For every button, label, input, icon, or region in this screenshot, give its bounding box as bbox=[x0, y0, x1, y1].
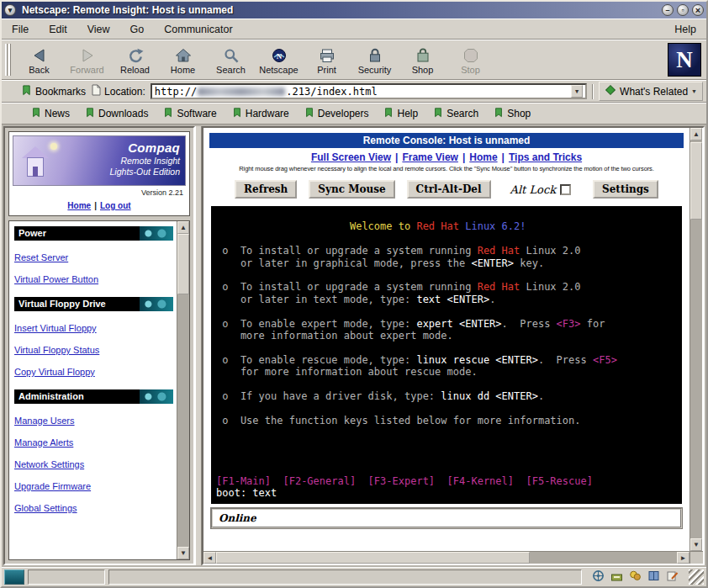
newsgroups-icon[interactable] bbox=[629, 569, 642, 585]
back-button[interactable]: Back bbox=[15, 41, 63, 78]
menu-file[interactable]: File bbox=[12, 24, 29, 35]
ctrl-alt-del-button[interactable]: Ctrl-Alt-Del bbox=[407, 180, 491, 199]
personal-toolbar: News Downloads Software Hardware Develop… bbox=[2, 103, 706, 124]
sidebar-link-global-settings[interactable]: Global Settings bbox=[14, 503, 173, 513]
toolbar-grip[interactable] bbox=[5, 44, 12, 76]
location-label: Location: bbox=[91, 84, 145, 98]
sync-mouse-button[interactable]: Sync Mouse bbox=[309, 180, 394, 199]
menu-communicator[interactable]: Communicator bbox=[164, 24, 232, 35]
sidebar-home-link[interactable]: Home bbox=[67, 201, 91, 210]
frame-divider[interactable] bbox=[195, 126, 202, 565]
window-menu-button[interactable] bbox=[4, 4, 16, 16]
console-line: or later in text mode, type: text <ENTER… bbox=[216, 294, 677, 305]
scrollbar-thumb[interactable] bbox=[177, 234, 189, 294]
netscape-logo[interactable]: N bbox=[668, 43, 701, 77]
alt-lock-checkbox[interactable] bbox=[560, 184, 571, 195]
stop-button[interactable]: Stop bbox=[446, 41, 494, 78]
print-button[interactable]: Print bbox=[303, 41, 351, 78]
padlock-icon bbox=[367, 45, 383, 64]
home-link[interactable]: Home bbox=[469, 151, 497, 163]
frame-view-link[interactable]: Frame View bbox=[402, 151, 457, 163]
personal-item-hardware[interactable]: Hardware bbox=[232, 107, 289, 120]
browser-content: Compaq Remote Insight Lights-Out Edition… bbox=[2, 124, 706, 567]
scrollbar-track[interactable] bbox=[216, 552, 677, 564]
console-line: o To enable expert mode, type: expert <E… bbox=[216, 318, 677, 330]
console-line: Welcome to Red Hat Linux 6.2! bbox=[216, 220, 677, 232]
window-title: Netscape: Remote Insight: Host is unname… bbox=[22, 4, 658, 16]
scrollbar-thumb[interactable] bbox=[690, 142, 702, 220]
personal-item-help[interactable]: Help bbox=[383, 107, 418, 120]
personal-item-shop[interactable]: Shop bbox=[494, 107, 531, 120]
menu-edit[interactable]: Edit bbox=[49, 24, 67, 35]
sidebar-link-insert-virtual-floppy[interactable]: Insert Virtual Floppy bbox=[14, 323, 173, 333]
netscape-globe-icon: N bbox=[271, 45, 288, 64]
inbox-icon[interactable] bbox=[610, 569, 623, 585]
main-horizontal-scrollbar[interactable]: ◄ ► bbox=[203, 551, 690, 564]
security-button[interactable]: Security bbox=[351, 41, 399, 78]
window-titlebar[interactable]: Netscape: Remote Insight: Host is unname… bbox=[2, 2, 706, 19]
section-header-administration: Administration bbox=[14, 389, 173, 404]
url-input[interactable]: http://.213/index.html ▼ bbox=[151, 83, 587, 99]
home-button[interactable]: Home bbox=[159, 41, 207, 78]
personal-item-news[interactable]: News bbox=[31, 107, 70, 120]
back-arrow-icon bbox=[31, 45, 48, 64]
sidebar-scrollbar[interactable]: ▲ ▼ bbox=[177, 221, 189, 559]
resize-grip[interactable] bbox=[689, 569, 704, 585]
sidebar-link-network-settings[interactable]: Network Settings bbox=[14, 459, 173, 469]
address-book-icon[interactable] bbox=[647, 569, 660, 585]
scrollbar-track[interactable] bbox=[690, 140, 702, 538]
sidebar-link-reset-server[interactable]: Reset Server bbox=[14, 252, 173, 262]
scroll-down-button[interactable]: ▼ bbox=[177, 547, 189, 559]
personal-item-search[interactable]: Search bbox=[433, 107, 478, 120]
console-line bbox=[216, 451, 677, 463]
whats-related-button[interactable]: What's Related ▼ bbox=[599, 82, 703, 101]
forward-button[interactable]: Forward bbox=[63, 41, 111, 78]
personal-item-software[interactable]: Software bbox=[163, 107, 216, 120]
refresh-button[interactable]: Refresh bbox=[235, 180, 297, 199]
page-title: Remote Console: Host is unnamed bbox=[209, 133, 684, 148]
section-header-decoration bbox=[140, 389, 173, 404]
scrollbar-track[interactable] bbox=[177, 234, 189, 547]
close-button[interactable] bbox=[692, 4, 704, 16]
scroll-up-button[interactable]: ▲ bbox=[177, 221, 189, 234]
scroll-right-button[interactable]: ► bbox=[677, 552, 690, 564]
tips-and-tricks-link[interactable]: Tips and Tricks bbox=[509, 151, 582, 163]
main-vertical-scrollbar[interactable]: ▲ ▼ bbox=[690, 128, 702, 551]
sidebar-link-upgrade-firmware[interactable]: Upgrade Firmware bbox=[14, 481, 173, 491]
sidebar-logout-link[interactable]: Log out bbox=[100, 201, 131, 210]
section-header-power: Power bbox=[14, 226, 173, 241]
search-button[interactable]: Search bbox=[207, 41, 255, 78]
menu-go[interactable]: Go bbox=[130, 24, 145, 35]
navigator-icon[interactable] bbox=[592, 569, 605, 585]
component-bar-tab[interactable] bbox=[4, 569, 24, 585]
sidebar-link-manage-users[interactable]: Manage Users bbox=[14, 416, 173, 426]
personal-item-downloads[interactable]: Downloads bbox=[85, 107, 148, 120]
sidebar-link-virtual-power-button[interactable]: Virtual Power Button bbox=[14, 274, 173, 284]
bookmarks-button[interactable]: Bookmarks bbox=[21, 84, 86, 98]
remote-console-screen[interactable]: Welcome to Red Hat Linux 6.2! o To insta… bbox=[211, 206, 682, 504]
personal-item-developers[interactable]: Developers bbox=[304, 107, 369, 120]
menu-view[interactable]: View bbox=[87, 24, 110, 35]
section-header-virtual-floppy: Virtual Floppy Drive bbox=[14, 297, 173, 311]
status-badge: Online bbox=[211, 508, 682, 528]
minimize-button[interactable] bbox=[662, 4, 674, 16]
composer-icon[interactable] bbox=[666, 569, 679, 585]
reload-button[interactable]: Reload bbox=[111, 41, 159, 78]
settings-button[interactable]: Settings bbox=[593, 180, 658, 199]
full-screen-view-link[interactable]: Full Screen View bbox=[311, 151, 391, 163]
scroll-down-button[interactable]: ▼ bbox=[690, 538, 702, 551]
scrollbar-thumb[interactable] bbox=[216, 552, 530, 564]
netscape-button[interactable]: N Netscape bbox=[255, 41, 303, 78]
shop-button[interactable]: Shop bbox=[399, 41, 446, 78]
sidebar-link-manage-alerts[interactable]: Manage Alerts bbox=[14, 437, 173, 448]
scroll-up-button[interactable]: ▲ bbox=[690, 128, 702, 140]
url-history-dropdown[interactable]: ▼ bbox=[571, 85, 583, 98]
bookmark-folder-icon bbox=[304, 107, 314, 120]
page-proxy-icon[interactable] bbox=[91, 84, 101, 98]
sidebar-link-virtual-floppy-status[interactable]: Virtual Floppy Status bbox=[14, 345, 173, 355]
sidebar-link-copy-virtual-floppy[interactable]: Copy Virtual Floppy bbox=[14, 367, 173, 377]
bookmark-folder-icon bbox=[31, 107, 41, 120]
maximize-button[interactable] bbox=[677, 4, 689, 16]
menu-help[interactable]: Help bbox=[674, 24, 696, 35]
scroll-left-button[interactable]: ◄ bbox=[203, 552, 216, 564]
